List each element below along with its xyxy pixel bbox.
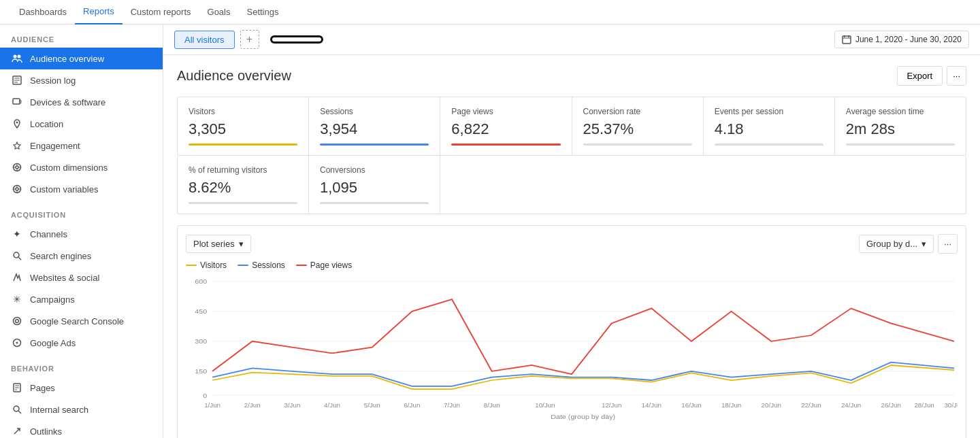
sidebar-item-engagement-label: Engagement bbox=[30, 141, 80, 151]
calendar-icon bbox=[842, 35, 851, 44]
svg-text:2/Jun: 2/Jun bbox=[244, 402, 261, 408]
metric-avg-session-time: Average session time 2m 28s bbox=[835, 97, 966, 155]
top-navigation: Dashboards Reports Custom reports Goals … bbox=[0, 0, 980, 24]
svg-point-10 bbox=[16, 166, 18, 169]
segment-all-visitors[interactable]: All visitors bbox=[174, 31, 235, 49]
legend-page-views-line bbox=[296, 265, 307, 266]
legend-page-views: Page views bbox=[296, 260, 352, 270]
sidebar-item-engagement[interactable]: Engagement bbox=[0, 135, 163, 156]
metrics-row-2: % of returning visitors 8.62% Conversion… bbox=[177, 156, 966, 214]
sidebar-item-outlinks-label: Outlinks bbox=[30, 426, 62, 437]
svg-text:Date (group by day): Date (group by day) bbox=[551, 414, 615, 420]
sidebar-item-outlinks[interactable]: Outlinks bbox=[0, 420, 163, 438]
metric-returning-visitors-bar bbox=[189, 202, 297, 204]
metric-returning-visitors-label: % of returning visitors bbox=[189, 165, 297, 175]
svg-text:10/Jun: 10/Jun bbox=[535, 402, 555, 408]
legend-visitors-label: Visitors bbox=[200, 260, 227, 270]
more-options-button[interactable]: ··· bbox=[947, 66, 966, 86]
chart-controls: Plot series ▾ Group by d... ▾ ··· bbox=[186, 234, 958, 254]
metric-conversions-bar bbox=[320, 202, 429, 204]
custom-dimensions-icon bbox=[11, 161, 23, 173]
sidebar-item-audience-overview[interactable]: Audience overview bbox=[0, 48, 163, 69]
metrics-row-1: Visitors 3,305 Sessions 3,954 Page views… bbox=[177, 97, 966, 156]
metric-conversions-value: 1,095 bbox=[320, 179, 429, 197]
session-log-icon bbox=[11, 74, 23, 86]
segment-arrow-annotation bbox=[270, 35, 323, 44]
behavior-section-label: BEHAVIOR bbox=[0, 354, 163, 377]
export-button[interactable]: Export bbox=[897, 66, 943, 86]
nav-reports[interactable]: Reports bbox=[75, 0, 122, 24]
metric-avg-session-time-bar bbox=[846, 144, 955, 146]
svg-text:4/Jun: 4/Jun bbox=[324, 402, 340, 408]
nav-goals[interactable]: Goals bbox=[199, 0, 239, 24]
sidebar-item-channels[interactable]: ✦ Channels bbox=[0, 223, 163, 245]
google-search-console-icon bbox=[11, 315, 23, 327]
channels-icon: ✦ bbox=[11, 228, 23, 240]
sidebar-item-google-ads[interactable]: Google Ads bbox=[0, 332, 163, 354]
segment-add-button[interactable]: + bbox=[240, 30, 259, 49]
content-area: Audience overview Export ··· Visitors 3,… bbox=[163, 55, 980, 438]
date-range-picker[interactable]: June 1, 2020 - June 30, 2020 bbox=[834, 31, 969, 48]
header-actions: Export ··· bbox=[897, 66, 966, 86]
plot-series-label: Plot series bbox=[193, 239, 235, 249]
sidebar-item-location[interactable]: Location bbox=[0, 113, 163, 135]
svg-line-32 bbox=[18, 411, 21, 414]
metric-sessions-bar bbox=[320, 144, 429, 146]
legend-visitors-line bbox=[186, 265, 197, 266]
group-by-button[interactable]: Group by d... ▾ bbox=[859, 235, 934, 253]
svg-point-1 bbox=[18, 55, 21, 58]
plot-series-dropdown-icon: ▾ bbox=[239, 239, 244, 249]
metric-events-per-session-bar bbox=[715, 144, 823, 146]
date-range-label: June 1, 2020 - June 30, 2020 bbox=[855, 35, 962, 44]
location-icon bbox=[11, 118, 23, 130]
sidebar-item-custom-variables[interactable]: Custom variables bbox=[0, 178, 163, 200]
sidebar-item-campaigns[interactable]: ✳ Campaigns bbox=[0, 288, 163, 310]
svg-text:6/Jun: 6/Jun bbox=[404, 402, 420, 408]
sidebar-item-custom-variables-label: Custom variables bbox=[30, 184, 98, 195]
sidebar-item-internal-search[interactable]: Internal search bbox=[0, 399, 163, 420]
sidebar-item-pages[interactable]: Pages bbox=[0, 377, 163, 399]
svg-point-21 bbox=[14, 252, 19, 258]
chart-legend: Visitors Sessions Page views bbox=[186, 260, 958, 270]
sidebar-item-session-log[interactable]: Session log bbox=[0, 69, 163, 91]
audience-overview-icon bbox=[11, 52, 23, 65]
sidebar-item-websites-social[interactable]: Websites & social bbox=[0, 267, 163, 288]
nav-dashboards[interactable]: Dashboards bbox=[11, 0, 75, 24]
svg-text:8/Jun: 8/Jun bbox=[484, 402, 500, 408]
chart-section: Plot series ▾ Group by d... ▾ ··· bbox=[177, 225, 966, 438]
metric-avg-session-time-label: Average session time bbox=[846, 107, 955, 116]
legend-page-views-label: Page views bbox=[310, 260, 352, 270]
svg-text:7/Jun: 7/Jun bbox=[444, 402, 460, 408]
legend-sessions: Sessions bbox=[238, 260, 285, 270]
metric-events-per-session: Events per session 4.18 bbox=[704, 97, 835, 155]
svg-line-22 bbox=[18, 257, 21, 260]
sidebar-item-devices-software[interactable]: Devices & software bbox=[0, 91, 163, 113]
campaigns-icon: ✳ bbox=[11, 293, 23, 305]
sidebar-item-google-ads-label: Google Ads bbox=[30, 338, 76, 348]
metric-page-views: Page views 6,822 bbox=[440, 97, 572, 155]
plot-series-select[interactable]: Plot series ▾ bbox=[186, 235, 251, 253]
svg-text:150: 150 bbox=[195, 368, 207, 375]
metric-page-views-value: 6,822 bbox=[451, 120, 560, 138]
metric-conversion-rate-value: 25.37% bbox=[583, 120, 692, 138]
sidebar-item-custom-dimensions[interactable]: Custom dimensions bbox=[0, 156, 163, 178]
websites-social-icon bbox=[11, 271, 23, 284]
sidebar-item-google-search-console[interactable]: Google Search Console bbox=[0, 310, 163, 332]
sidebar-item-channels-label: Channels bbox=[30, 229, 67, 239]
sidebar-item-search-engines[interactable]: Search engines bbox=[0, 245, 163, 267]
search-engines-icon bbox=[11, 250, 23, 262]
nav-custom-reports[interactable]: Custom reports bbox=[122, 0, 199, 24]
metric-returning-visitors-value: 8.62% bbox=[189, 179, 297, 197]
group-by-dropdown-icon: ▾ bbox=[921, 239, 926, 249]
pages-icon bbox=[11, 382, 23, 394]
svg-point-16 bbox=[16, 188, 18, 190]
nav-settings[interactable]: Settings bbox=[238, 0, 287, 24]
metric-returning-visitors: % of returning visitors 8.62% bbox=[178, 156, 309, 214]
metric-sessions-value: 3,954 bbox=[320, 120, 429, 138]
chart-more-button[interactable]: ··· bbox=[938, 234, 958, 254]
metric-sessions-label: Sessions bbox=[320, 107, 429, 116]
metric-conversion-rate-bar bbox=[583, 144, 692, 146]
sidebar-item-custom-dimensions-label: Custom dimensions bbox=[30, 163, 108, 173]
sidebar-item-websites-social-label: Websites & social bbox=[30, 273, 99, 283]
svg-rect-34 bbox=[843, 36, 851, 44]
